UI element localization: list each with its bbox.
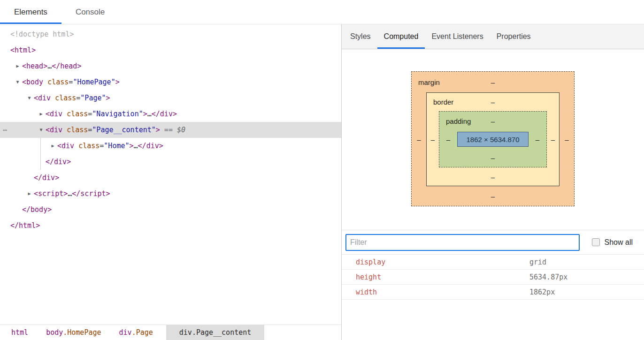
property-name: height <box>356 273 529 281</box>
dom-tree-row[interactable]: ▶<div class="Home">…</div> <box>0 138 341 154</box>
dom-token-tag: > <box>106 94 110 102</box>
breadcrumb-item-div-page[interactable]: div.Page <box>115 325 158 340</box>
expand-arrow-collapsed-icon[interactable]: ▶ <box>49 138 56 154</box>
dom-token-tag: <html> <box>10 46 36 54</box>
expand-arrow-collapsed-icon[interactable]: ▶ <box>26 186 33 202</box>
dom-tree-row[interactable]: ▼<body class="HomePage"> <box>0 74 341 90</box>
dom-tree-row[interactable]: <html> <box>0 42 341 58</box>
tab-properties[interactable]: Properties <box>490 24 537 49</box>
dom-token-attr: class <box>62 126 88 134</box>
show-all-checkbox[interactable] <box>592 238 600 246</box>
crumb-tag: body <box>46 328 63 337</box>
margin-label: margin <box>412 78 440 86</box>
padding-left-value[interactable]: – <box>439 136 457 144</box>
content-dimensions: 1862 × 5634.870 <box>466 136 519 144</box>
dom-tree-row[interactable]: </div> <box>0 170 341 186</box>
dom-token-plain: = <box>88 126 92 134</box>
dom-tree: <!doctype html><html>▶<head>…</head>▼<bo… <box>0 24 341 325</box>
tab-computed[interactable]: Computed <box>377 24 425 49</box>
box-model-border[interactable]: border – – padding – <box>426 92 560 186</box>
expand-arrow-collapsed-icon[interactable]: ▶ <box>14 58 21 74</box>
computed-property-row[interactable]: width 1862px <box>342 285 644 300</box>
box-model-section: margin – – border – <box>342 49 644 230</box>
dom-token-tag: </div> <box>138 142 163 150</box>
expand-arrow-collapsed-icon[interactable]: ▶ <box>38 106 45 122</box>
dom-token-tag: </div> <box>152 110 177 118</box>
margin-left-value[interactable]: – <box>412 136 426 144</box>
dom-token-plain: … <box>134 142 138 150</box>
dom-token-attr: class <box>43 78 69 86</box>
tree-guide-line <box>40 154 41 170</box>
property-name: width <box>356 288 529 296</box>
crumb-tag: html <box>11 328 28 337</box>
dom-tree-row[interactable]: <!doctype html> <box>0 26 341 42</box>
box-model-content[interactable]: 1862 × 5634.870 <box>457 132 529 147</box>
tree-guide-line <box>40 138 41 154</box>
crumb-tag: div <box>119 328 132 337</box>
dom-token-attr: class <box>51 94 76 102</box>
devtools-content: <!doctype html><html>▶<head>…</head>▼<bo… <box>0 24 644 340</box>
border-top-value[interactable]: – <box>491 98 495 106</box>
expand-arrow-open-icon[interactable]: ▼ <box>26 90 33 106</box>
computed-filter-row: Show all <box>342 230 644 254</box>
expand-arrow-open-icon[interactable]: ▼ <box>38 122 45 138</box>
filter-input[interactable] <box>345 234 580 251</box>
tab-styles[interactable]: Styles <box>344 24 377 49</box>
dom-tree-row[interactable]: …▼<div class="Page__content"> == $0 <box>0 122 341 138</box>
dom-tree-row[interactable]: ▼<div class="Page"> <box>0 90 341 106</box>
node-menu-dots-icon[interactable]: … <box>3 121 8 136</box>
dom-tree-row[interactable]: </body> <box>0 202 341 218</box>
expand-arrow-open-icon[interactable]: ▼ <box>14 74 21 90</box>
padding-right-value[interactable]: – <box>529 136 546 144</box>
tab-elements[interactable]: Elements <box>0 0 61 24</box>
dom-tree-row[interactable]: </html> <box>0 218 341 234</box>
dom-tree-row[interactable]: ▶<script>…</script> <box>0 186 341 202</box>
dom-token-plain: … <box>68 189 72 198</box>
dom-tree-row[interactable]: ▶<div class="Navigation">…</div> <box>0 106 341 122</box>
crumb-class: .Page__content <box>192 328 251 337</box>
margin-bottom-value[interactable]: – <box>491 192 495 200</box>
border-bottom-value[interactable]: – <box>491 173 495 181</box>
styles-sidebar: Styles Computed Event Listeners Properti… <box>341 24 644 340</box>
dom-token-tag: </div> <box>46 158 71 166</box>
breadcrumb-item-div-page-content[interactable]: div.Page__content <box>166 325 265 340</box>
dom-token-tag: </head> <box>52 62 81 70</box>
padding-top-value[interactable]: – <box>491 117 495 125</box>
box-model-margin[interactable]: margin – – border – <box>411 71 575 206</box>
show-all-label[interactable]: Show all <box>605 238 633 247</box>
box-model-padding[interactable]: padding – – 1862 × 5634.870 <box>439 111 547 167</box>
property-value: 1862px <box>529 288 555 296</box>
dom-token-tag: > <box>143 110 147 118</box>
devtools-root: Elements Console <!doctype html><html>▶<… <box>0 0 644 340</box>
breadcrumb-item-body[interactable]: body.HomePage <box>41 325 106 340</box>
crumb-tag: div <box>179 328 192 337</box>
border-right-value[interactable]: – <box>547 136 559 144</box>
dom-token-tag: <head> <box>22 62 47 70</box>
dom-token-plain: = <box>88 110 92 118</box>
dom-token-plain: … <box>147 110 152 118</box>
border-left-value[interactable]: – <box>427 136 439 144</box>
dom-token-plain: … <box>47 62 52 70</box>
margin-right-value[interactable]: – <box>560 136 574 144</box>
dom-token-value: "Home" <box>104 142 129 150</box>
dom-tree-row[interactable]: ▶<head>…</head> <box>0 58 341 74</box>
padding-bottom-value[interactable]: – <box>491 154 495 162</box>
property-value: 5634.87px <box>529 273 567 281</box>
property-name: display <box>356 258 529 266</box>
breadcrumb-item-html[interactable]: html <box>7 325 33 340</box>
dom-token-tag: > <box>115 78 120 86</box>
breadcrumb: html body.HomePage div.Page div.Page__co… <box>0 325 341 340</box>
dom-token-tag: > <box>130 142 134 150</box>
computed-property-row[interactable]: height 5634.87px <box>342 270 644 285</box>
computed-property-row[interactable]: display grid <box>342 255 644 270</box>
dom-token-tag: <div <box>46 110 62 118</box>
margin-top-value[interactable]: – <box>491 78 495 86</box>
dom-tree-row[interactable]: </div> <box>0 154 341 170</box>
dom-token-tag: <body <box>22 78 43 86</box>
dom-token-value: "Page__content" <box>92 126 155 134</box>
dom-token-plain: = <box>76 94 80 102</box>
tab-console[interactable]: Console <box>61 0 119 24</box>
border-label: border <box>427 98 453 106</box>
dom-token-tag: <div <box>46 126 62 134</box>
tab-event-listeners[interactable]: Event Listeners <box>425 24 490 49</box>
